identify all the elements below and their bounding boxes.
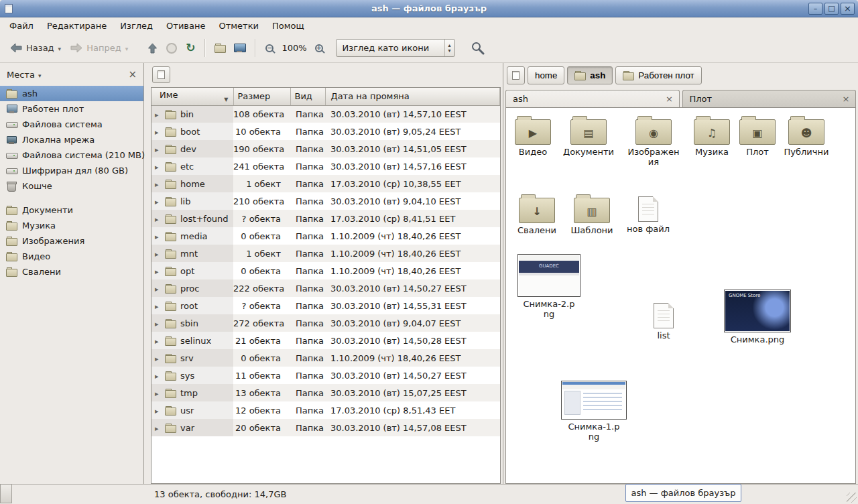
location-button[interactable] <box>152 66 170 83</box>
tab-close-icon[interactable] <box>664 94 675 103</box>
expander-icon[interactable] <box>155 337 165 346</box>
icon-view-item[interactable]: Снимка-1.png <box>557 381 631 442</box>
expander-icon[interactable] <box>155 389 165 398</box>
sidebar-place-item[interactable]: Работен плот <box>0 101 143 117</box>
icon-view-item[interactable]: GNOME Store Снимка.png <box>721 290 794 345</box>
icon-view-item[interactable]: Изображения <box>627 115 680 168</box>
expander-icon[interactable] <box>155 250 165 259</box>
icon-view-item[interactable]: Документи <box>562 115 615 158</box>
sidebar-place-item[interactable]: Музика <box>0 218 143 233</box>
sidebar-place-item[interactable]: Файлова система <box>0 117 143 132</box>
path-segment-button[interactable]: ash <box>567 66 613 84</box>
file-row[interactable]: etc 241 обекта Папка 30.03.2010 (вт) 14,… <box>151 158 500 175</box>
taskbar-window-button[interactable]: ash — файлов браузър <box>625 484 741 502</box>
tab[interactable]: ash <box>505 90 680 107</box>
expander-icon[interactable] <box>155 424 165 433</box>
menu-item[interactable]: Помощ <box>265 19 311 33</box>
expander-icon[interactable] <box>155 372 165 381</box>
file-row[interactable]: root ? обекта Папка 30.03.2010 (вт) 14,5… <box>151 297 500 314</box>
expander-icon[interactable] <box>155 145 165 154</box>
show-desktop-button[interactable] <box>0 484 12 503</box>
icon-view-item[interactable]: нов файл <box>621 194 675 235</box>
column-header-date[interactable]: Дата на промяна <box>325 88 500 105</box>
sidebar-place-item[interactable]: Свалени <box>0 264 143 279</box>
home-button[interactable] <box>210 41 230 55</box>
up-button[interactable] <box>143 40 162 56</box>
expander-icon[interactable] <box>155 267 165 276</box>
file-row[interactable]: sys 11 обекта Папка 30.03.2010 (вт) 14,5… <box>151 367 500 384</box>
path-segment-button[interactable]: Работен плот <box>615 66 701 84</box>
file-row[interactable]: bin 108 обекта Папка 30.03.2010 (вт) 14,… <box>151 105 500 123</box>
view-mode-select[interactable]: Изглед като икони ▴▾ <box>336 39 455 57</box>
close-button[interactable] <box>841 3 855 15</box>
expander-icon[interactable] <box>155 111 165 119</box>
menu-item[interactable]: Редактиране <box>40 19 113 33</box>
menu-item[interactable]: Изглед <box>113 19 160 33</box>
file-row[interactable]: opt 0 обекта Папка 1.10.2009 (чт) 18,40,… <box>151 262 500 279</box>
minimize-button[interactable] <box>808 3 822 15</box>
column-header-size[interactable]: Размер <box>233 88 290 105</box>
file-row[interactable]: proc 222 обекта Папка 30.03.2010 (вт) 14… <box>151 279 500 297</box>
view-mode-spinner-icon[interactable]: ▴▾ <box>444 40 454 56</box>
file-row[interactable]: media 0 обекта Папка 1.10.2009 (чт) 18,4… <box>151 227 500 245</box>
file-row[interactable]: lost+found ? обекта Папка 17.03.2010 (ср… <box>151 210 500 227</box>
path-root-button[interactable] <box>507 66 525 84</box>
sidebar-place-item[interactable]: Документи <box>0 202 143 218</box>
sidebar-close-icon[interactable] <box>128 70 137 80</box>
sidebar-place-item[interactable]: Локална мрежа <box>0 132 143 147</box>
computer-button[interactable] <box>230 41 249 56</box>
file-row[interactable]: mnt 1 обект Папка 1.10.2009 (чт) 18,40,2… <box>151 245 500 262</box>
back-history-dropdown-icon[interactable] <box>58 43 62 53</box>
icon-view-item[interactable]: Видео <box>506 115 560 158</box>
file-row[interactable]: dev 190 обекта Папка 30.03.2010 (вт) 14,… <box>151 140 500 158</box>
expander-icon[interactable] <box>155 233 165 241</box>
file-row[interactable]: srv 0 обекта Папка 1.10.2009 (чт) 18,40,… <box>151 349 500 367</box>
sidebar-place-item[interactable]: Изображения <box>0 233 143 249</box>
zoom-in-button[interactable] <box>310 40 328 56</box>
icon-view-item[interactable]: Публични <box>780 115 833 158</box>
file-row[interactable]: tmp 13 обекта Папка 30.03.2010 (вт) 15,0… <box>151 384 500 401</box>
forward-button[interactable]: Напред <box>66 40 133 56</box>
expander-icon[interactable] <box>155 128 165 137</box>
sidebar-place-item[interactable]: Шифриран дял (80 GB) <box>0 163 143 178</box>
maximize-button[interactable] <box>824 3 839 15</box>
column-header-name[interactable]: Име <box>151 88 233 105</box>
icon-view-item[interactable]: Шаблони <box>565 194 619 236</box>
sidebar-place-item[interactable]: ash <box>0 86 143 101</box>
sidebar-place-item[interactable]: Кошче <box>0 178 143 194</box>
expander-icon[interactable] <box>155 215 165 224</box>
menu-item[interactable]: Отиване <box>160 19 212 33</box>
expander-icon[interactable] <box>155 320 165 328</box>
file-row[interactable]: var 20 обекта Папка 30.03.2010 (вт) 14,5… <box>151 419 500 436</box>
file-row[interactable]: sbin 272 обекта Папка 30.03.2010 (вт) 9,… <box>151 314 500 332</box>
expander-icon[interactable] <box>155 355 165 363</box>
search-button[interactable] <box>465 38 491 58</box>
sidebar-place-item[interactable]: Видео <box>0 249 143 264</box>
tab-close-icon[interactable] <box>841 94 851 103</box>
stop-button[interactable] <box>162 40 182 57</box>
expander-icon[interactable] <box>155 198 165 206</box>
path-segment-button[interactable]: home <box>528 66 564 84</box>
sidebar-place-item[interactable]: Файлова система (210 MB) <box>0 147 143 163</box>
icon-view-item[interactable]: GUADEC Снимка-2.png <box>514 254 584 320</box>
reload-button[interactable]: ↻ <box>182 40 199 56</box>
zoom-out-button[interactable] <box>261 40 278 56</box>
back-button[interactable]: Назад <box>5 40 66 56</box>
icon-view-item[interactable]: Свалени <box>510 194 564 236</box>
forward-history-dropdown-icon[interactable] <box>125 43 129 53</box>
tab[interactable]: Плот <box>682 90 857 107</box>
file-row[interactable]: selinux 21 обекта Папка 30.03.2010 (вт) … <box>151 332 500 349</box>
column-header-type[interactable]: Вид <box>290 88 325 105</box>
expander-icon[interactable] <box>155 302 165 311</box>
icon-view-item[interactable]: list <box>637 300 690 341</box>
file-row[interactable]: boot 10 обекта Папка 30.03.2010 (вт) 9,0… <box>151 123 500 140</box>
menu-item[interactable]: Файл <box>3 19 40 33</box>
sidebar-selector-chevron-icon[interactable] <box>35 70 42 80</box>
file-row[interactable]: usr 12 обекта Папка 17.03.2010 (ср) 8,51… <box>151 401 500 419</box>
titlebar[interactable]: ash — файлов браузър <box>0 0 858 17</box>
expander-icon[interactable] <box>155 163 165 172</box>
file-row[interactable]: lib 210 обекта Папка 30.03.2010 (вт) 9,0… <box>151 192 500 210</box>
icon-view[interactable]: Видео Документи Изображения <box>505 107 856 484</box>
icon-view-item[interactable]: Плот <box>731 115 784 158</box>
resize-grip[interactable] <box>847 493 857 503</box>
